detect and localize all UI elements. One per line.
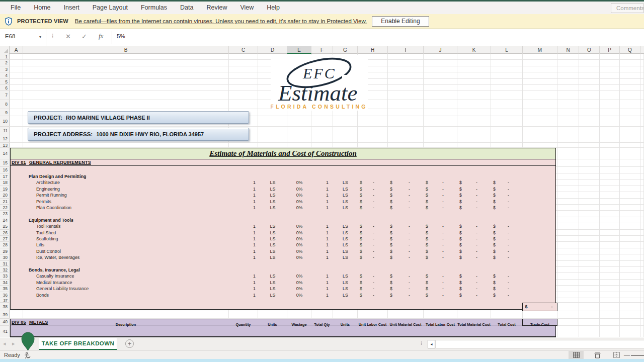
cell[interactable]: 1 bbox=[311, 223, 329, 229]
cell[interactable]: 1 bbox=[229, 286, 256, 292]
cell[interactable]: 1 bbox=[229, 199, 256, 205]
cell[interactable]: LS bbox=[258, 242, 287, 248]
cell[interactable]: $- bbox=[358, 273, 388, 279]
horizontal-scrollbar[interactable] bbox=[435, 340, 644, 348]
cell[interactable]: $- bbox=[358, 192, 388, 198]
column-header-O[interactable]: O bbox=[579, 46, 600, 54]
cell[interactable]: $- bbox=[457, 205, 491, 211]
row-header-25[interactable]: 25 bbox=[0, 223, 10, 229]
item-label-cell[interactable]: Casualty Insurance bbox=[36, 273, 74, 279]
row-header-38[interactable]: 38 bbox=[0, 303, 10, 311]
column-header-N[interactable]: N bbox=[557, 46, 579, 54]
cell[interactable]: $- bbox=[457, 236, 491, 242]
cell[interactable]: LS bbox=[258, 223, 287, 229]
cell[interactable]: LS bbox=[258, 192, 287, 198]
cell[interactable]: $- bbox=[457, 254, 491, 260]
cell[interactable]: $- bbox=[358, 236, 388, 242]
cell[interactable]: $- bbox=[457, 292, 491, 298]
cell[interactable]: LS bbox=[333, 242, 358, 248]
row-header-10[interactable]: 10 bbox=[0, 116, 10, 127]
cell[interactable]: 1 bbox=[311, 186, 329, 192]
cell[interactable]: 1 bbox=[311, 236, 329, 242]
cell[interactable]: $- bbox=[358, 248, 388, 254]
cell[interactable]: $- bbox=[491, 280, 523, 286]
item-label-cell[interactable]: Architecture bbox=[36, 179, 60, 186]
cell[interactable]: 0% bbox=[287, 192, 311, 198]
zoom-slider[interactable] bbox=[631, 355, 644, 356]
cell[interactable]: 1 bbox=[229, 273, 256, 279]
menu-tab-page-layout[interactable]: Page Layout bbox=[86, 2, 134, 14]
cell[interactable]: $- bbox=[457, 230, 491, 236]
cell[interactable]: 1 bbox=[229, 292, 256, 298]
row-header-9[interactable]: 9 bbox=[0, 109, 10, 116]
cell[interactable]: $- bbox=[491, 179, 523, 186]
select-all-corner[interactable] bbox=[0, 46, 10, 54]
takeoff-header-cell[interactable]: Description bbox=[23, 320, 229, 330]
takeoff-header-cell[interactable]: Total Qty bbox=[311, 320, 333, 330]
page-layout-view-button[interactable] bbox=[590, 351, 605, 359]
project-name-box[interactable]: PROJECT: RIO MARINE VILLAGE PHASE II bbox=[28, 111, 249, 124]
sheet-nav-right-icon[interactable]: ▸ bbox=[12, 340, 15, 347]
cell[interactable]: $- bbox=[388, 192, 424, 198]
cell[interactable]: LS bbox=[258, 248, 287, 254]
cell[interactable]: LS bbox=[333, 286, 358, 292]
cell[interactable]: 1 bbox=[311, 179, 329, 186]
cell[interactable]: $- bbox=[491, 286, 523, 292]
item-label-cell[interactable]: General Liability Insurance bbox=[36, 286, 89, 292]
cell[interactable]: $- bbox=[424, 280, 457, 286]
enter-icon[interactable]: ✓ bbox=[82, 33, 87, 40]
cell[interactable]: LS bbox=[333, 280, 358, 286]
column-header-P[interactable]: P bbox=[600, 46, 620, 54]
row-header-1[interactable]: 1 bbox=[0, 54, 10, 60]
item-label-cell[interactable]: Medical Insurance bbox=[36, 280, 72, 286]
cell[interactable]: $- bbox=[424, 254, 457, 260]
cell[interactable]: $- bbox=[424, 179, 457, 186]
cell[interactable]: $- bbox=[358, 230, 388, 236]
cell[interactable]: LS bbox=[258, 179, 287, 186]
cell[interactable]: 0% bbox=[287, 242, 311, 248]
cell[interactable]: $- bbox=[491, 223, 523, 229]
cell[interactable]: $- bbox=[424, 236, 457, 242]
chevron-down-icon[interactable]: ▾ bbox=[39, 35, 41, 39]
cell[interactable]: $- bbox=[491, 273, 523, 279]
formula-bar-handle[interactable]: ⁞ bbox=[52, 33, 53, 40]
cell[interactable]: $- bbox=[424, 230, 457, 236]
cell[interactable]: LS bbox=[333, 254, 358, 260]
cell[interactable]: 0% bbox=[287, 199, 311, 205]
cell[interactable]: 1 bbox=[311, 280, 329, 286]
cell[interactable]: 1 bbox=[311, 286, 329, 292]
row-header-34[interactable]: 34 bbox=[0, 280, 10, 286]
cell[interactable]: 1 bbox=[229, 230, 256, 236]
cell[interactable]: 1 bbox=[311, 205, 329, 211]
column-header-G[interactable]: G bbox=[333, 46, 358, 54]
normal-view-button[interactable] bbox=[569, 351, 584, 359]
section-header-cell[interactable]: Plan Design and Permitting bbox=[29, 173, 86, 179]
item-label-cell[interactable]: Tool Shed bbox=[36, 230, 56, 236]
cell[interactable]: $- bbox=[491, 192, 523, 198]
item-label-cell[interactable]: Bonds bbox=[36, 292, 49, 298]
cell[interactable]: $- bbox=[424, 192, 457, 198]
menu-tab-data[interactable]: Data bbox=[174, 2, 200, 14]
column-header-H[interactable]: H bbox=[358, 46, 388, 54]
row-header-5[interactable]: 5 bbox=[0, 79, 10, 85]
column-header-I[interactable]: I bbox=[388, 46, 424, 54]
cell[interactable]: 1 bbox=[311, 254, 329, 260]
cell[interactable]: $- bbox=[358, 292, 388, 298]
name-box[interactable]: E68 ▾ bbox=[0, 29, 46, 46]
cell[interactable]: $- bbox=[424, 199, 457, 205]
project-address-box[interactable]: PROJECT ADDRESS: 1000 NE DIXIE HWY RIO, … bbox=[28, 128, 249, 141]
row-header-15[interactable]: 15 bbox=[0, 159, 10, 167]
cell[interactable]: 0% bbox=[287, 205, 311, 211]
column-header-J[interactable]: J bbox=[424, 46, 457, 54]
column-header-B[interactable]: B bbox=[23, 46, 229, 54]
takeoff-header-cell[interactable]: Unit Labor Cost bbox=[358, 320, 388, 330]
cell[interactable]: 1 bbox=[229, 242, 256, 248]
takeoff-header-cell[interactable]: Total Labor Cost bbox=[424, 320, 457, 330]
row-header-14[interactable]: 14 bbox=[0, 148, 10, 159]
takeoff-header-cell[interactable]: Unit Material Cost bbox=[388, 320, 424, 330]
takeoff-header-cell[interactable]: Wastage bbox=[287, 320, 311, 330]
menu-tab-view[interactable]: View bbox=[233, 2, 260, 14]
cell[interactable]: LS bbox=[333, 199, 358, 205]
section-header-cell[interactable]: Bonds, Insurance, Legal bbox=[29, 267, 80, 273]
cell[interactable]: $- bbox=[358, 205, 388, 211]
